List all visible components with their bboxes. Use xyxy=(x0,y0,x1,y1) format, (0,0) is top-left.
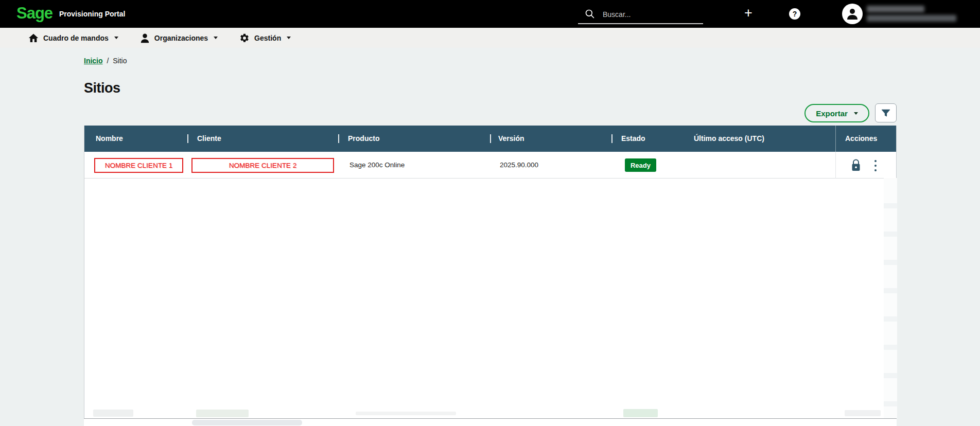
chevron-down-icon xyxy=(854,112,858,115)
col-header-producto[interactable]: Producto xyxy=(348,134,379,143)
col-header-cliente[interactable]: Cliente xyxy=(197,134,221,143)
col-header-version[interactable]: Versión xyxy=(498,134,524,143)
filter-icon xyxy=(881,108,891,118)
nav-item-label: Cuadro de mandos xyxy=(43,34,109,42)
search-input[interactable] xyxy=(603,8,695,21)
column-divider xyxy=(187,134,188,143)
breadcrumb: Inicio / Sitio xyxy=(84,57,127,65)
ghost-artifact xyxy=(845,410,881,416)
home-icon xyxy=(28,33,39,43)
search-icon xyxy=(585,9,595,19)
scrollbar-thumb[interactable] xyxy=(192,420,302,425)
help-icon[interactable]: ? xyxy=(789,8,800,20)
ghost-artifact xyxy=(93,410,133,417)
user-email-redacted xyxy=(867,15,956,22)
sage-logo[interactable]: Sage xyxy=(16,4,52,23)
table-ghost-strip xyxy=(884,178,897,418)
cell-nombre-redacted: NOMBRE CLIENTE 1 xyxy=(94,158,183,173)
add-icon[interactable]: + xyxy=(739,4,758,23)
row-menu-icon[interactable] xyxy=(871,159,880,172)
sites-table: Nombre Cliente Producto Versión Estado Ú… xyxy=(84,126,897,418)
nav-item-dashboard[interactable]: Cuadro de mandos xyxy=(28,33,118,43)
export-button[interactable]: Exportar xyxy=(804,104,869,122)
search-underline xyxy=(578,23,703,24)
global-search[interactable] xyxy=(578,4,703,26)
col-header-nombre[interactable]: Nombre xyxy=(96,134,123,143)
nav-item-label: Organizaciones xyxy=(154,34,208,42)
actions-column-divider xyxy=(835,126,836,152)
actions-column-divider xyxy=(835,152,836,179)
chevron-down-icon xyxy=(114,37,118,39)
user-name-redacted xyxy=(867,6,924,12)
app-title: Provisioning Portal xyxy=(59,10,125,18)
chevron-down-icon xyxy=(287,37,291,39)
cell-producto: Sage 200c Online xyxy=(349,161,405,169)
breadcrumb-home-link[interactable]: Inicio xyxy=(84,57,103,65)
ghost-artifact xyxy=(196,410,249,417)
column-divider xyxy=(338,134,339,143)
column-divider xyxy=(611,134,612,143)
ghost-artifact xyxy=(356,412,456,415)
top-bar: Sage Provisioning Portal + ? xyxy=(0,0,980,28)
export-button-label: Exportar xyxy=(816,109,848,118)
horizontal-scrollbar[interactable] xyxy=(84,418,897,426)
person-icon xyxy=(846,7,859,21)
breadcrumb-separator: / xyxy=(107,57,109,65)
scrollbar-track xyxy=(84,418,897,419)
chevron-down-icon xyxy=(214,37,218,39)
col-header-acciones: Acciones xyxy=(845,134,877,143)
person-icon xyxy=(140,33,150,43)
user-avatar[interactable] xyxy=(842,4,863,24)
nav-item-management[interactable]: Gestión xyxy=(239,33,291,43)
status-badge: Ready xyxy=(625,158,656,172)
ghost-artifact xyxy=(623,409,658,417)
nav-item-organizations[interactable]: Organizaciones xyxy=(140,33,218,43)
cell-version: 2025.90.000 xyxy=(500,161,538,169)
column-divider xyxy=(490,134,491,143)
page-title: Sitios xyxy=(84,80,120,96)
table-header: Nombre Cliente Producto Versión Estado Ú… xyxy=(84,126,896,152)
col-header-estado[interactable]: Estado xyxy=(621,134,645,143)
main-nav: Cuadro de mandos Organizaciones Gestión xyxy=(0,28,980,48)
filter-button[interactable] xyxy=(875,103,897,122)
cell-cliente-redacted: NOMBRE CLIENTE 2 xyxy=(191,158,334,173)
nav-item-label: Gestión xyxy=(254,34,281,42)
lock-icon[interactable] xyxy=(850,158,862,172)
col-header-ultimo-acceso[interactable]: Último acceso (UTC) xyxy=(694,134,764,143)
gear-icon xyxy=(239,33,250,43)
table-row[interactable]: NOMBRE CLIENTE 1 NOMBRE CLIENTE 2 Sage 2… xyxy=(84,152,896,179)
breadcrumb-current: Sitio xyxy=(113,57,127,65)
